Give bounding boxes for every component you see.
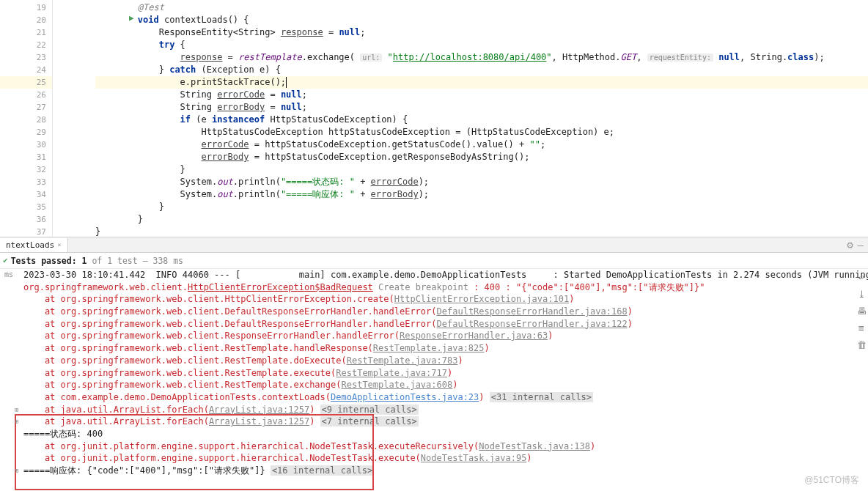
- console-line: 2023-03-30 18:10:41.442 INFO 44060 --- […: [0, 269, 855, 281]
- delete-icon[interactable]: 🗑: [857, 339, 867, 350]
- console-line: ⊞ at java.util.ArrayList.forEach(ArrayLi…: [0, 404, 855, 416]
- ms-column: ms: [0, 269, 13, 278]
- code-line[interactable]: ResponseEntity<String> response = null;: [95, 26, 868, 39]
- stack-link[interactable]: DefaultResponseErrorHandler.java:168: [437, 306, 628, 317]
- stack-link[interactable]: RestTemplate.java:717: [336, 368, 447, 378]
- gear-icon[interactable]: ⚙: [847, 239, 853, 251]
- tool-window-tabs: ntextLoads × ⚙ —: [0, 237, 868, 253]
- gutter-line: 22: [0, 39, 52, 51]
- stack-link[interactable]: RestTemplate.java:608: [341, 380, 452, 390]
- code-line[interactable]: }: [95, 213, 868, 226]
- close-icon[interactable]: ×: [57, 241, 61, 248]
- console-toolbar: ↩ ⤓ 🖶 ≡ 🗑: [855, 269, 868, 350]
- console-line: at org.springframework.web.client.Defaul…: [0, 306, 855, 318]
- code-line[interactable]: HttpStatusCodeException httpStatusCodeEx…: [95, 126, 868, 139]
- gutter-line: 29: [0, 126, 52, 139]
- console-line: at org.junit.platform.engine.support.hie…: [0, 452, 855, 465]
- code-area[interactable]: ▶ @Test void contextLoads() { ResponseEn…: [53, 0, 868, 237]
- code-line[interactable]: errorBody = httpStatusCodeException.getR…: [95, 151, 868, 163]
- code-line[interactable]: errorCode = httpStatusCodeException.getS…: [95, 139, 868, 151]
- code-line[interactable]: System.out.println("=====响应体: " + errorB…: [95, 188, 868, 201]
- filter-icon[interactable]: ≡: [858, 322, 864, 333]
- gutter: 1920212223242526272829303132333435363738: [0, 0, 53, 237]
- code-line[interactable]: }: [95, 163, 868, 176]
- stack-link[interactable]: ResponseErrorHandler.java:63: [400, 331, 548, 341]
- tab-label: ntextLoads: [6, 240, 54, 250]
- stack-link[interactable]: NodeTestTask.java:138: [479, 441, 590, 451]
- run-gutter-icon[interactable]: ▶: [129, 13, 134, 23]
- gutter-line: 33: [0, 176, 52, 188]
- code-line[interactable]: } catch (Exception e) {: [95, 64, 868, 76]
- code-line[interactable]: String errorBody = null;: [95, 101, 868, 114]
- minimize-icon[interactable]: —: [858, 239, 864, 251]
- stack-link[interactable]: NodeTestTask.java:95: [421, 453, 527, 463]
- expand-icon[interactable]: ⊞: [15, 465, 18, 477]
- stack-link[interactable]: RestTemplate.java:825: [373, 343, 485, 353]
- code-line[interactable]: e.printStackTrace();: [95, 76, 868, 89]
- pass-icon: ✔: [3, 256, 8, 265]
- code-line[interactable]: void contextLoads() {: [95, 14, 868, 26]
- soft-wrap-icon[interactable]: ↩: [858, 272, 864, 283]
- console-line: ⊞=====响应体: {"code":["400"],"msg":["请求失败"…: [0, 465, 855, 477]
- watermark: @51CTO博客: [804, 474, 859, 487]
- console-line: org.springframework.web.client.HttpClien…: [0, 281, 855, 294]
- code-editor[interactable]: 1920212223242526272829303132333435363738…: [0, 0, 868, 237]
- console-line: at org.springframework.web.client.RestTe…: [0, 379, 855, 391]
- stack-link[interactable]: DefaultResponseErrorHandler.java:122: [437, 319, 628, 329]
- tests-passed-label: Tests passed: 1: [11, 256, 87, 266]
- code-line[interactable]: String errorCode = null;: [95, 89, 868, 101]
- console-line: at org.springframework.web.client.RestTe…: [0, 355, 855, 367]
- code-line[interactable]: }: [95, 201, 868, 213]
- gutter-line: 23: [0, 51, 52, 64]
- expand-icon[interactable]: ⊞: [15, 416, 18, 428]
- tests-detail: of 1 test – 338 ms: [87, 256, 183, 266]
- stack-link[interactable]: ArrayList.java:1257: [209, 416, 309, 427]
- gutter-line: 36: [0, 213, 52, 226]
- stack-link[interactable]: HttpClientErrorException.java:101: [394, 294, 569, 304]
- console-line: at org.springframework.web.client.HttpCl…: [0, 293, 855, 306]
- gutter-line: 26: [0, 89, 52, 101]
- console-line: at org.springframework.web.client.RestTe…: [0, 367, 855, 380]
- tab-contextloads[interactable]: ntextLoads ×: [0, 238, 68, 252]
- console-line: at org.springframework.web.client.Respon…: [0, 330, 855, 342]
- gutter-line: 28: [0, 114, 52, 126]
- console-line: at org.springframework.web.client.RestTe…: [0, 342, 855, 355]
- gutter-line: 30: [0, 139, 52, 151]
- expand-icon[interactable]: ⊞: [15, 404, 18, 416]
- gutter-line: 31: [0, 151, 52, 163]
- print-icon[interactable]: 🖶: [857, 306, 867, 317]
- console-line: ⊞ at java.util.ArrayList.forEach(ArrayLi…: [0, 416, 855, 428]
- console-line: at org.springframework.web.client.Defaul…: [0, 318, 855, 331]
- console-output[interactable]: ms 2023-03-30 18:10:41.442 INFO 44060 --…: [0, 269, 868, 491]
- code-line[interactable]: response = restTemplate.exchange( url: "…: [95, 51, 868, 64]
- gutter-line: 34: [0, 188, 52, 201]
- gutter-line: 21: [0, 26, 52, 39]
- scroll-to-end-icon[interactable]: ⤓: [858, 289, 866, 300]
- gutter-line: 27: [0, 101, 52, 114]
- console-line: at com.example.demo.DemoApplicationTests…: [0, 391, 855, 404]
- gutter-line: 19: [0, 1, 52, 14]
- gutter-line: 32: [0, 163, 52, 176]
- code-line[interactable]: try {: [95, 39, 868, 51]
- gutter-line: 25: [0, 76, 52, 89]
- stack-link[interactable]: RestTemplate.java:783: [347, 355, 458, 366]
- test-status-bar: ✔ Tests passed: 1 of 1 test – 338 ms: [0, 253, 868, 269]
- stack-link[interactable]: DemoApplicationTests.java:23: [331, 392, 479, 402]
- gutter-line: 20: [0, 14, 52, 26]
- code-line[interactable]: @Test: [95, 1, 868, 14]
- code-line[interactable]: if (e instanceof HttpStatusCodeException…: [95, 114, 868, 126]
- gutter-line: 24: [0, 64, 52, 76]
- gutter-line: 35: [0, 201, 52, 213]
- stack-link[interactable]: ArrayList.java:1257: [209, 405, 309, 415]
- code-line[interactable]: System.out.println("=====状态码: " + errorC…: [95, 176, 868, 188]
- console-line: =====状态码: 400: [0, 428, 855, 440]
- console-line: at org.junit.platform.engine.support.hie…: [0, 440, 855, 453]
